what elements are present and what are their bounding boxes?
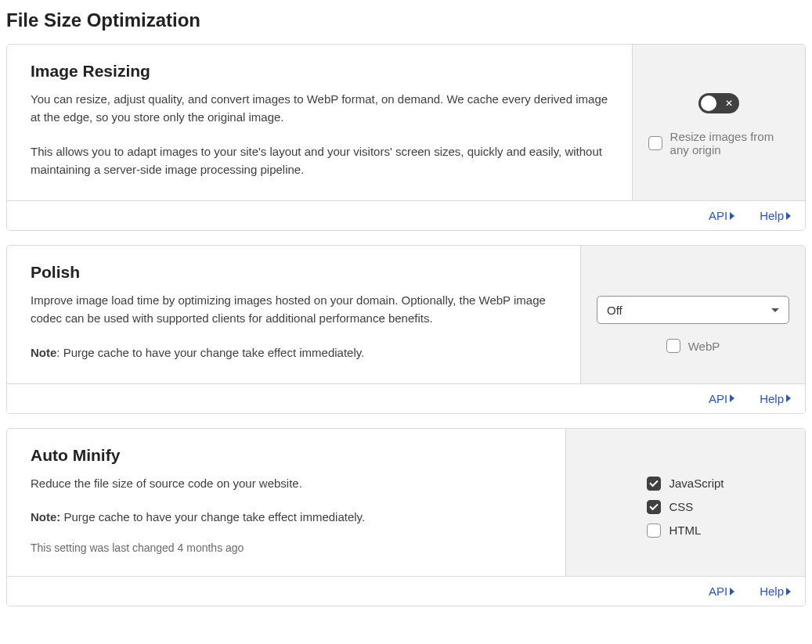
api-link[interactable]: API [709, 585, 734, 598]
card-footer: API Help [7, 383, 805, 413]
minify-options: JavaScript CSS HTML [647, 474, 724, 540]
minify-js-row[interactable]: JavaScript [647, 477, 724, 491]
minify-js-checkbox[interactable] [647, 477, 661, 491]
section-note: Note: Purge cache to have your change ta… [31, 508, 542, 526]
api-link[interactable]: API [709, 392, 734, 405]
minify-css-row[interactable]: CSS [647, 500, 693, 514]
help-link[interactable]: Help [760, 585, 791, 598]
checkbox-label: CSS [669, 500, 693, 513]
note-text: : Purge cache to have your change take e… [56, 346, 364, 359]
help-link[interactable]: Help [760, 209, 791, 222]
note-label: Note [31, 346, 56, 359]
card-auto-minify: Auto Minify Reduce the file size of sour… [6, 428, 806, 607]
api-link[interactable]: API [709, 209, 734, 222]
chevron-right-icon [786, 394, 791, 402]
webp-row[interactable]: WebP [666, 339, 720, 353]
help-link[interactable]: Help [760, 392, 791, 405]
minify-css-checkbox[interactable] [647, 500, 661, 514]
page-title: File Size Optimization [6, 9, 806, 31]
checkbox-label: JavaScript [669, 477, 724, 490]
checkbox-label: HTML [669, 523, 701, 537]
chevron-down-icon [771, 308, 779, 312]
note-label: Note: [31, 510, 60, 523]
card-content: Auto Minify Reduce the file size of sour… [7, 429, 565, 577]
toggle-knob [701, 95, 716, 111]
section-note: Note: Purge cache to have your change ta… [31, 344, 557, 362]
minify-html-checkbox[interactable] [647, 523, 661, 538]
section-description: Improve image load time by optimizing im… [31, 291, 557, 328]
card-footer: API Help [7, 200, 805, 230]
note-text: Purge cache to have your change take eff… [60, 510, 365, 523]
select-value: Off [607, 304, 623, 317]
chevron-right-icon [730, 588, 734, 595]
section-title: Auto Minify [31, 446, 542, 465]
section-description: Reduce the file size of source code on y… [31, 474, 542, 492]
polish-select[interactable]: Off [597, 296, 789, 324]
resize-any-origin-checkbox[interactable] [648, 136, 662, 150]
checkbox-label: Resize images from any origin [670, 130, 789, 157]
close-icon: ✕ [725, 99, 733, 108]
card-content: Polish Improve image load time by optimi… [7, 246, 580, 383]
section-title: Image Resizing [31, 62, 608, 81]
card-controls: ✕ Resize images from any origin [632, 45, 805, 200]
minify-html-row[interactable]: HTML [647, 523, 701, 538]
chevron-right-icon [730, 212, 734, 220]
card-polish: Polish Improve image load time by optimi… [6, 245, 806, 414]
card-footer: API Help [7, 576, 805, 606]
card-controls: JavaScript CSS HTML [565, 429, 805, 577]
card-content: Image Resizing You can resize, adjust qu… [7, 45, 632, 200]
card-controls: Off WebP [580, 246, 805, 383]
image-resizing-toggle[interactable]: ✕ [698, 93, 739, 113]
last-changed: This setting was last changed 4 months a… [31, 541, 542, 554]
chevron-right-icon [786, 212, 791, 220]
section-title: Polish [31, 263, 557, 282]
checkbox-label: WebP [688, 340, 720, 353]
card-image-resizing: Image Resizing You can resize, adjust qu… [6, 44, 806, 231]
section-description: This allows you to adapt images to your … [31, 142, 608, 179]
chevron-right-icon [786, 588, 791, 595]
section-description: You can resize, adjust quality, and conv… [31, 90, 608, 127]
resize-any-origin-row[interactable]: Resize images from any origin [648, 130, 789, 157]
chevron-right-icon [730, 394, 734, 402]
webp-checkbox[interactable] [666, 339, 680, 353]
